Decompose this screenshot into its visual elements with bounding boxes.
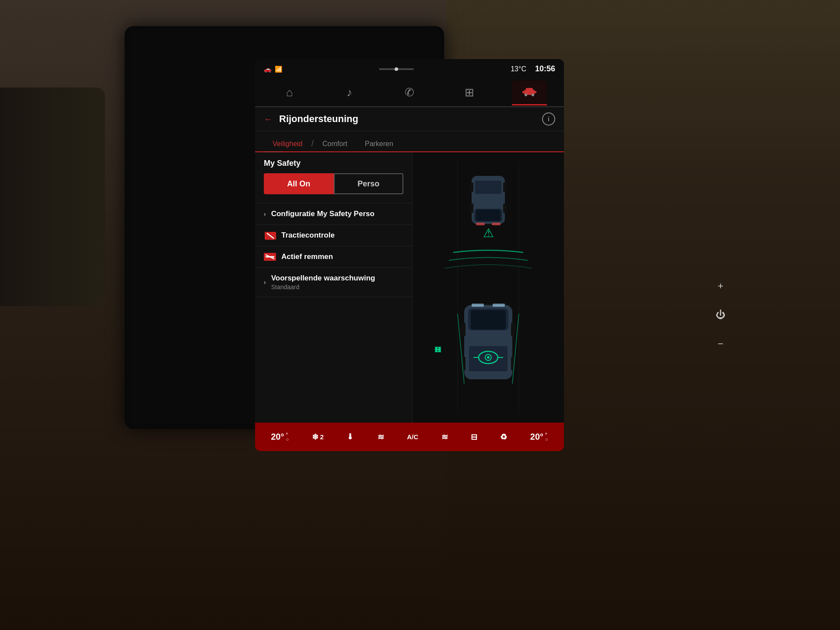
seat-icon-right: ≋ [441,432,448,442]
svg-rect-5 [535,91,536,93]
rear-defrost[interactable]: ⊟ [471,432,477,442]
chevron-icon: › [264,210,266,217]
temperature-display: 13°C [511,65,526,73]
tab-comfort[interactable]: Comfort [314,136,356,151]
svg-rect-18 [475,181,501,194]
seat-heat-left[interactable]: ≋ [378,432,384,442]
tractie-icon [264,231,276,240]
time-display: 10:56 [535,64,555,74]
home-icon: ⌂ [286,86,293,99]
ac-button[interactable]: A/C [407,433,418,441]
nav-tab-home[interactable]: ⌂ [272,80,307,105]
car-interior: + ⏻ − 🚗 📶 13°C 10:56 ⌂ [0,0,840,630]
traction-indicator [265,232,275,239]
ac-label: A/C [407,433,418,441]
nav-tab-apps[interactable]: ⊞ [452,80,487,105]
svg-rect-20 [470,203,473,213]
svg-point-2 [525,94,527,96]
svg-rect-35 [472,304,484,307]
defrost-icon: ⊟ [471,432,477,442]
nav-tab-media[interactable]: ♪ [332,80,367,105]
svg-rect-19 [503,203,507,213]
page-header: ← Rijondersteuning i [255,107,564,131]
status-bar: 🚗 📶 13°C 10:56 [255,59,564,79]
heat-control[interactable]: 🌡 [346,432,354,441]
fan-control[interactable]: ❄ 2 [312,432,324,442]
right-temp[interactable]: 20° °○ [530,432,548,442]
phone-icon: ✆ [405,86,414,99]
nav-tab-car[interactable] [512,80,547,105]
chevron-icon-2: › [264,279,266,286]
back-button[interactable]: ← [264,114,273,124]
svg-rect-16 [476,210,500,221]
status-icons: 🚗 📶 [264,66,282,73]
left-panel: My Safety All On Perso › Configuratie My… [255,152,413,423]
tab-parkeren[interactable]: Parkeren [356,136,402,151]
svg-rect-23 [492,223,500,225]
screen-bezel: 🚗 📶 13°C 10:56 ⌂ ♪ ✆ [125,26,444,429]
tab-veiligheid[interactable]: Veiligheid [264,136,312,151]
fan-speed: 2 [320,433,324,441]
seat-icon-left: ≋ [378,432,384,442]
apps-icon: ⊞ [465,86,474,99]
menu-text-group: Voorspellende waarschuwing Standaard [271,274,403,290]
nav-tabs: ⌂ ♪ ✆ ⊞ [255,79,564,107]
left-vent-area [0,88,105,306]
svg-rect-36 [493,304,505,307]
left-temp[interactable]: 20° °○ [271,432,289,442]
heat-icon: 🌡 [346,432,354,441]
menu-text-remmen: Actief remmen [281,252,403,261]
my-safety-label: My Safety [255,159,412,173]
wifi-icon: 📶 [275,66,282,73]
svg-rect-4 [522,91,524,93]
svg-text:⚠: ⚠ [483,226,494,240]
menu-text-tractie: Tractiecontrole [281,231,403,240]
main-screen: 🚗 📶 13°C 10:56 ⌂ ♪ ✆ [255,59,564,451]
menu-subtext-voorspellende: Standaard [271,284,403,290]
power-button[interactable]: ⏻ [713,307,728,323]
menu-item-tractiecontrole[interactable]: Tractiecontrole [255,224,412,246]
remmen-icon [264,252,276,261]
perso-button[interactable]: Perso [334,173,404,194]
menu-text-voorspellende: Voorspellende waarschuwing [271,274,403,283]
main-content: My Safety All On Perso › Configuratie My… [255,152,564,423]
seat-heat-right[interactable]: ≋ [441,432,448,442]
volume-up-button[interactable]: + [713,278,728,294]
menu-text-configuratie: Configuratie My Safety Perso [271,210,403,218]
status-right: 13°C 10:56 [511,64,555,74]
recirc-icon: ♻ [500,432,507,442]
menu-item-voorspellende[interactable]: › Voorspellende waarschuwing Standaard [255,267,412,297]
side-controls: + ⏻ − [713,278,728,352]
section-tabs: Veiligheid / Comfort Parkeren [255,131,564,152]
menu-item-actief-remmen[interactable]: Actief remmen [255,246,412,267]
svg-point-3 [532,94,534,96]
info-button[interactable]: i [542,112,555,126]
right-temperature: 20° [530,432,543,442]
left-temperature: 20° [271,432,284,442]
svg-rect-22 [470,182,473,192]
menu-item-configuratie[interactable]: › Configuratie My Safety Perso [255,203,412,224]
car-icon [522,85,536,100]
right-temp-superscript: °○ [545,432,548,442]
svg-rect-21 [503,182,507,192]
all-on-button[interactable]: All On [264,173,334,194]
nav-tab-phone[interactable]: ✆ [392,80,427,105]
svg-rect-28 [471,310,506,329]
music-icon: ♪ [346,86,352,99]
volume-down-button[interactable]: − [713,336,728,352]
left-temp-superscript: °○ [286,432,289,442]
fan-icon: ❄ [312,432,318,442]
bottom-climate-bar: 20° °○ ❄ 2 🌡 ≋ A/C [255,423,564,451]
svg-rect-24 [476,223,485,225]
brightness-slider[interactable] [379,68,414,70]
svg-text:»: » [434,340,442,356]
content-area: ← Rijondersteuning i Veiligheid / Comfor… [255,107,564,451]
recirculation[interactable]: ♻ [500,432,507,442]
svg-point-39 [487,356,490,359]
right-panel: ⚠ [413,152,564,423]
toggle-group: All On Perso [264,173,403,194]
page-title: Rijondersteuning [279,113,536,125]
svg-rect-1 [526,88,533,91]
car-visualization: ⚠ [414,161,563,414]
svg-rect-32 [511,322,515,336]
